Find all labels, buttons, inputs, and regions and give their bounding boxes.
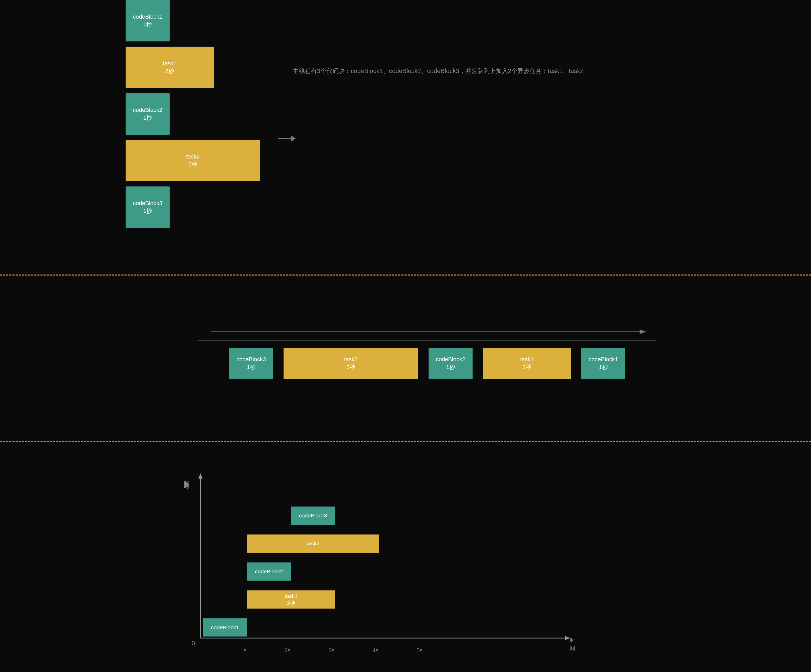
- block-duration: 3秒: [188, 161, 197, 168]
- block-codeBlock2: codeBlock2 1秒: [126, 93, 170, 135]
- block-name: codeBlock3: [133, 199, 162, 207]
- chart-bars: codeBlock1task12秒codeBlock2task2codeBloc…: [199, 476, 575, 636]
- queue-item-task1: task1 2秒: [483, 348, 571, 379]
- block-duration: 1秒: [143, 21, 152, 29]
- bar-label: codeBlock1: [211, 624, 239, 631]
- bar-task2: task2: [247, 535, 379, 553]
- bar-codeBlock3: codeBlock3: [291, 507, 335, 524]
- timeline-chart: 代码执行耗时 时间 0 1s2s3s4s5s codeBlock1task12秒…: [199, 476, 575, 657]
- x-tick: 5s: [416, 647, 422, 654]
- queue-item-codeBlock1: codeBlock1 1秒: [581, 348, 625, 379]
- section-definition: codeBlock1 1秒 task1 2秒 codeBlock2 1秒 tas…: [0, 0, 811, 275]
- block-name: task2: [344, 356, 358, 363]
- x-tick: 2s: [284, 647, 290, 654]
- bar-label: task1: [285, 592, 297, 599]
- queue-item-task2: task2 3秒: [283, 348, 418, 379]
- block-name: codeBlock2: [436, 356, 465, 363]
- block-duration: 1秒: [446, 363, 455, 371]
- block-task2: task2 3秒: [126, 140, 260, 181]
- diagram-root: codeBlock1 1秒 task1 2秒 codeBlock2 1秒 tas…: [0, 0, 811, 670]
- block-duration: 1秒: [143, 207, 152, 215]
- block-name: codeBlock1: [133, 13, 162, 21]
- block-duration: 3秒: [346, 363, 355, 371]
- bar-duration: 2秒: [287, 599, 295, 606]
- description-text: 主线程有3个代码块：codeBlock1、codeBlock2、codeBloc…: [293, 67, 584, 75]
- block-name: codeBlock2: [133, 106, 162, 114]
- bar-label: codeBlock2: [255, 568, 283, 575]
- block-task1: task1 2秒: [126, 47, 214, 88]
- block-name: task1: [520, 356, 534, 363]
- svg-marker-3: [640, 329, 646, 334]
- description-panel: 主线程有3个代码块：codeBlock1、codeBlock2、codeBloc…: [293, 0, 663, 243]
- y-axis-label: 代码执行耗时: [183, 476, 190, 479]
- block-name: task2: [186, 153, 200, 161]
- x-tick: 4s: [372, 647, 378, 654]
- block-duration: 2秒: [165, 67, 174, 75]
- x-tick: 1s: [240, 647, 246, 654]
- bar-label: codeBlock3: [299, 512, 327, 519]
- section-queue: codeBlock3 1秒 task2 3秒 codeBlock2 1秒 tas…: [0, 275, 811, 441]
- block-duration: 1秒: [599, 363, 608, 371]
- origin-label: 0: [192, 639, 195, 647]
- queue-container: codeBlock3 1秒 task2 3秒 codeBlock2 1秒 tas…: [198, 340, 657, 386]
- block-duration: 1秒: [143, 114, 152, 122]
- block-name: task1: [163, 59, 176, 67]
- arrow-right-long-icon: [211, 329, 646, 337]
- block-codeBlock1: codeBlock1 1秒: [126, 0, 170, 41]
- block-name: codeBlock3: [236, 356, 266, 363]
- svg-marker-7: [565, 636, 570, 640]
- bar-label: task2: [307, 540, 319, 547]
- bar-codeBlock2: codeBlock2: [247, 562, 291, 580]
- bar-codeBlock1: codeBlock1: [203, 618, 247, 636]
- code-stack: codeBlock1 1秒 task1 2秒 codeBlock2 1秒 tas…: [126, 0, 260, 228]
- bar-task1: task12秒: [247, 591, 335, 609]
- section-timeline-chart: 代码执行耗时 时间 0 1s2s3s4s5s codeBlock1task12秒…: [0, 442, 811, 670]
- queue-item-codeBlock3: codeBlock3 1秒: [229, 348, 273, 379]
- block-duration: 1秒: [247, 363, 256, 371]
- block-duration: 2秒: [523, 363, 531, 371]
- block-name: codeBlock1: [589, 356, 618, 363]
- queue-item-codeBlock2: codeBlock2 1秒: [429, 348, 473, 379]
- queue-track: codeBlock3 1秒 task2 3秒 codeBlock2 1秒 tas…: [198, 340, 657, 386]
- block-codeBlock3: codeBlock3 1秒: [126, 187, 170, 228]
- x-tick: 3s: [328, 647, 334, 654]
